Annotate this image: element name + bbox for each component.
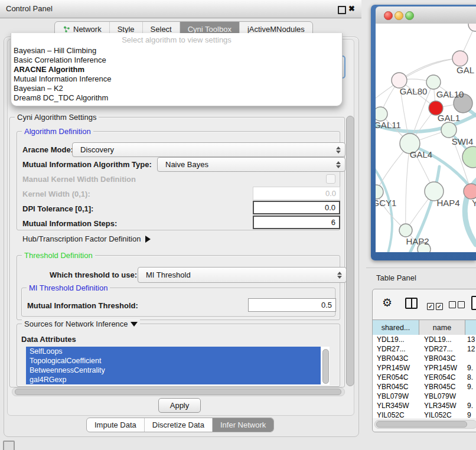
screen: Control Panel ✖ Network Style Select Cyn… xyxy=(0,0,476,450)
network-node-HAP2[interactable] xyxy=(399,224,412,237)
mi-steps-label: Mutual Information Steps: xyxy=(22,219,117,228)
apply-button[interactable]: Apply xyxy=(158,398,201,413)
table-row[interactable]: YBR043CYBR043C xyxy=(373,354,476,363)
network-canvas[interactable]: GAL GAL80 GAL10 GAL1 GAL11 SWI4 GAL4 GCY… xyxy=(376,24,476,252)
hub-definition-expander[interactable]: Hub/Transcription Factor Definition xyxy=(22,234,151,243)
algorithm-option[interactable]: Bayesian – K2 xyxy=(11,84,342,93)
column-header-name[interactable]: name xyxy=(419,320,465,335)
network-node-GAL10[interactable] xyxy=(426,75,441,89)
which-threshold-combo[interactable]: MI Threshold xyxy=(138,267,347,283)
mi-algorithm-type-label: Mutual Information Algorithm Type: xyxy=(22,160,152,169)
algorithm-option[interactable]: Bayesian – Hill Climbing xyxy=(11,46,342,56)
disclosure-right-icon xyxy=(145,236,151,243)
table-row[interactable]: YBL079WYBL079W xyxy=(373,392,476,401)
list-item-selected[interactable]: gal4RGexp xyxy=(26,375,321,384)
cyni-bottom-tabbar: Impute Data Discretize Data Infer Networ… xyxy=(86,418,274,432)
kernel-width-label: Kernel Width (0,1): xyxy=(22,190,90,198)
mac-minimize-button[interactable] xyxy=(395,11,403,20)
show-columns-icon[interactable] xyxy=(405,298,418,309)
node-label: GAL10 xyxy=(436,89,464,99)
table-options-gear-icon[interactable]: ⚙ xyxy=(382,296,392,309)
table-panel-title: Table Panel xyxy=(376,273,416,282)
table-panel-body: ⚙ ✓✓ shared... name YDL19...YDL19...13 Y… xyxy=(372,289,476,432)
node-label: GAL80 xyxy=(400,86,428,96)
unselect-all-columns-icon[interactable] xyxy=(449,300,465,311)
node-label: HAP4 xyxy=(436,198,459,208)
table-row[interactable]: YBR045CYBR045C9. xyxy=(373,382,476,392)
close-icon[interactable]: ✖ xyxy=(348,4,355,13)
network-node[interactable] xyxy=(468,24,476,31)
settings-vertical-scrollbar[interactable] xyxy=(346,116,354,386)
tab-impute-data[interactable]: Impute Data xyxy=(87,418,144,432)
table-rows: YDL19...YDL19...13 YDR27...YDR27...12 YB… xyxy=(373,335,476,418)
algorithm-definition-title: Algorithm Definition xyxy=(22,127,93,136)
control-panel-title: Control Panel xyxy=(6,4,53,13)
aracne-mode-combo[interactable]: Discovery xyxy=(72,142,345,157)
algorithm-dropdown-prompt: Select algorithm to view settings xyxy=(11,33,342,46)
network-window-titlebar[interactable] xyxy=(376,6,476,24)
network-node-GAL11[interactable] xyxy=(376,107,387,121)
node-label: Y xyxy=(472,198,476,208)
table-row[interactable]: YPR145WYPR145W9. xyxy=(373,363,476,373)
list-item-selected[interactable]: BetweennessCentrality xyxy=(26,366,321,375)
network-node-GAL[interactable] xyxy=(452,51,468,66)
mi-threshold-label: Mutual Information Threshold: xyxy=(27,301,138,310)
dpi-tolerance-label: DPI Tolerance [0,1]: xyxy=(22,204,93,213)
network-node-GCY1[interactable] xyxy=(376,185,383,199)
docked-panel-icon[interactable] xyxy=(3,441,15,450)
algorithm-option[interactable]: Mutual Information Inference xyxy=(11,74,342,84)
select-all-columns-icon[interactable]: ✓✓ xyxy=(427,300,443,311)
table-row[interactable]: YDL19...YDL19...13 xyxy=(373,335,476,344)
mi-algorithm-type-combo[interactable]: Naive Bayes xyxy=(157,157,345,172)
control-panel-titlebar: Control Panel ✖ xyxy=(0,0,361,18)
settings-horizontal-scrollbar[interactable] xyxy=(15,389,341,395)
tab-discretize-data[interactable]: Discretize Data xyxy=(144,418,212,432)
algorithm-option-highlighted[interactable]: ARACNE Algorithm xyxy=(11,65,342,74)
node-label: HAP2 xyxy=(406,236,429,246)
sources-group-header[interactable]: Sources for Network Inference xyxy=(22,319,140,328)
table-row[interactable]: YER054CYER054C8. xyxy=(373,373,476,382)
network-node-Y[interactable] xyxy=(464,184,476,199)
dpi-tolerance-field[interactable]: 0.0 xyxy=(253,201,340,214)
table-header-row: shared... name xyxy=(373,319,476,336)
tab-infer-network[interactable]: Infer Network xyxy=(212,418,273,432)
combo-arrows-icon xyxy=(335,146,341,154)
table-hscrollbar[interactable] xyxy=(376,421,467,428)
node-label: GAL11 xyxy=(376,120,401,130)
combo-arrows-icon xyxy=(335,161,341,168)
algorithm-option[interactable]: Dream8 DC_TDC Algorithm xyxy=(11,93,342,103)
mi-threshold-field[interactable]: 0.5 xyxy=(248,298,336,312)
manual-kernel-width-checkbox[interactable] xyxy=(326,174,335,184)
column-header-clipped[interactable] xyxy=(465,320,476,335)
node-label: GCY1 xyxy=(376,198,396,208)
table-row[interactable]: YLR345WYLR345W9. xyxy=(373,401,476,410)
network-view-window: GAL GAL80 GAL10 GAL1 GAL11 SWI4 GAL4 GCY… xyxy=(371,5,476,260)
mac-close-button[interactable] xyxy=(384,11,393,20)
node-label: GAL xyxy=(457,65,474,75)
network-node-SWI4[interactable] xyxy=(441,122,457,138)
node-label: GAL4 xyxy=(410,149,432,159)
attributes-list-scrollbar[interactable] xyxy=(322,349,329,384)
disclosure-down-icon xyxy=(131,322,138,327)
data-attributes-list: SelfLoops TopologicalCoefficient Between… xyxy=(26,347,330,385)
which-threshold-label: Which threshold to use: xyxy=(50,270,137,279)
mac-zoom-button[interactable] xyxy=(405,11,414,20)
column-header-shared-name[interactable]: shared... xyxy=(373,320,419,335)
network-node[interactable] xyxy=(462,146,476,168)
mi-steps-field[interactable]: 6 xyxy=(253,216,340,229)
node-label: SWI4 xyxy=(452,136,474,146)
cyni-algorithm-settings-title: Cyni Algorithm Settings xyxy=(15,113,99,122)
data-attributes-label: Data Attributes xyxy=(21,335,76,344)
kernel-width-field[interactable]: 0.0 xyxy=(253,187,340,200)
network-tab-icon xyxy=(63,25,70,33)
table-row[interactable]: YIL052CYIL052C9 xyxy=(373,410,476,418)
node-label: GAL1 xyxy=(438,113,460,123)
new-column-icon[interactable] xyxy=(471,296,476,310)
algorithm-option[interactable]: Basic Correlation Inference xyxy=(11,56,342,65)
list-item-selected[interactable]: TopologicalCoefficient xyxy=(26,356,321,366)
manual-kernel-width-label: Manual Kernel Width Definition xyxy=(22,175,136,184)
list-item-selected[interactable]: SelfLoops xyxy=(26,347,321,356)
mi-threshold-definition-title: MI Threshold Definition xyxy=(27,283,110,292)
float-window-icon[interactable] xyxy=(338,6,346,14)
table-row[interactable]: YDR27...YDR27...12 xyxy=(373,344,476,354)
